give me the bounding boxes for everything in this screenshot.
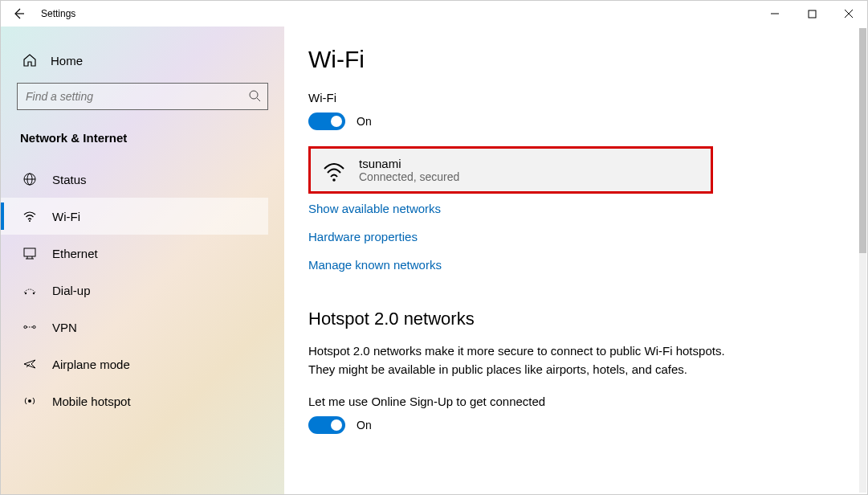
sidebar-item-label: Mobile hotspot <box>52 395 131 408</box>
vpn-icon <box>22 319 38 335</box>
svg-rect-10 <box>24 248 35 256</box>
page-title: Wi-Fi <box>308 46 843 73</box>
scrollbar[interactable] <box>859 28 866 493</box>
wifi-signal-icon <box>322 159 344 182</box>
svg-point-17 <box>33 325 35 328</box>
sidebar: Home Network & Internet Status <box>1 27 284 494</box>
signup-label: Let me use Online Sign-Up to get connect… <box>308 395 843 408</box>
hotspot-heading: Hotspot 2.0 networks <box>308 309 843 329</box>
link-manage-networks[interactable]: Manage known networks <box>308 258 442 272</box>
current-network-card[interactable]: tsunami Connected, secured <box>308 146 713 194</box>
network-status: Connected, secured <box>359 170 459 183</box>
svg-line-5 <box>257 98 260 101</box>
main-content: Wi-Fi Wi-Fi On tsunami Connected, secure… <box>284 27 867 494</box>
sidebar-item-hotspot[interactable]: Mobile hotspot <box>1 382 268 419</box>
wifi-toggle-state: On <box>357 115 372 128</box>
minimize-button[interactable] <box>756 1 793 27</box>
sidebar-home-label: Home <box>51 54 83 68</box>
wifi-toggle[interactable] <box>308 112 345 130</box>
scroll-thumb[interactable] <box>859 28 866 253</box>
sidebar-item-label: Dial-up <box>52 284 91 297</box>
maximize-button[interactable] <box>793 1 830 27</box>
settings-window: Settings Home <box>0 0 868 495</box>
sidebar-item-label: VPN <box>52 321 77 334</box>
svg-point-4 <box>250 91 258 99</box>
sidebar-item-vpn[interactable]: VPN <box>1 309 268 346</box>
airplane-icon <box>22 356 38 372</box>
svg-rect-1 <box>809 10 816 18</box>
svg-point-15 <box>33 292 35 294</box>
window-title: Settings <box>41 8 75 19</box>
ethernet-icon <box>22 245 38 261</box>
sidebar-item-wifi[interactable]: Wi-Fi <box>1 198 268 235</box>
network-name: tsunami <box>359 157 459 170</box>
sidebar-item-label: Status <box>52 173 87 186</box>
sidebar-item-label: Ethernet <box>52 247 98 260</box>
svg-point-16 <box>24 325 26 328</box>
svg-point-20 <box>332 178 336 182</box>
link-show-networks[interactable]: Show available networks <box>308 202 441 215</box>
close-button[interactable] <box>830 1 867 27</box>
sidebar-category: Network & Internet <box>17 128 268 161</box>
hotspot-description: Hotspot 2.0 networks make it more secure… <box>308 342 726 378</box>
signup-toggle[interactable] <box>308 416 345 434</box>
svg-point-14 <box>25 292 26 294</box>
link-hardware-properties[interactable]: Hardware properties <box>308 230 418 243</box>
home-icon <box>22 52 38 68</box>
globe-icon <box>22 171 38 187</box>
search-icon <box>248 89 261 104</box>
svg-point-19 <box>28 399 31 403</box>
search-input[interactable] <box>26 90 248 103</box>
svg-point-9 <box>29 220 31 222</box>
dialup-icon <box>22 282 38 298</box>
signup-toggle-state: On <box>357 419 372 432</box>
sidebar-item-dialup[interactable]: Dial-up <box>1 272 268 309</box>
hotspot-icon <box>22 393 38 409</box>
sidebar-item-status[interactable]: Status <box>1 161 268 198</box>
sidebar-home[interactable]: Home <box>17 46 268 83</box>
wifi-icon <box>22 208 38 224</box>
sidebar-item-label: Airplane mode <box>52 358 130 371</box>
sidebar-item-airplane[interactable]: Airplane mode <box>1 346 268 382</box>
back-button[interactable] <box>1 1 36 27</box>
sidebar-item-ethernet[interactable]: Ethernet <box>1 235 268 272</box>
titlebar: Settings <box>1 1 867 27</box>
search-box[interactable] <box>17 83 268 110</box>
wifi-label: Wi-Fi <box>308 91 843 104</box>
sidebar-item-label: Wi-Fi <box>52 210 80 223</box>
